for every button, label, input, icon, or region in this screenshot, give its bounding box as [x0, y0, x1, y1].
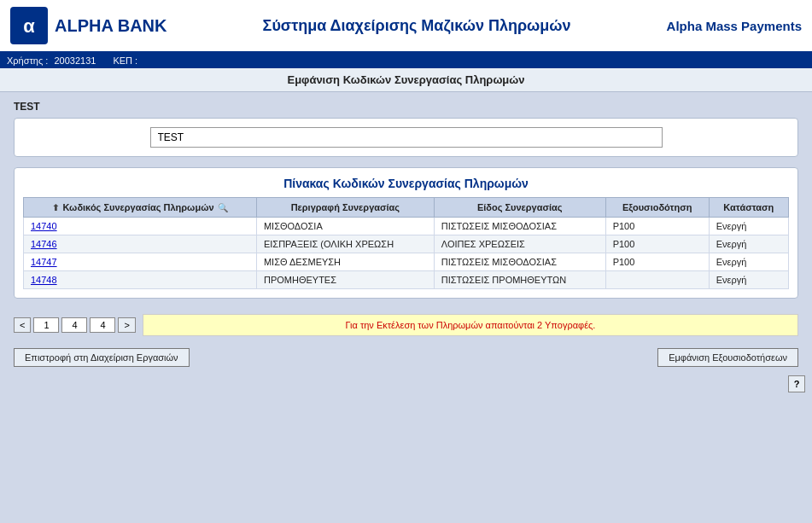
notice-box: Για την Εκτέλεση των Πληρωμών απαιτούντα… [143, 314, 798, 336]
cell-status: Ενεργή [709, 271, 788, 289]
col-header-status: Κατάσταση [709, 198, 788, 218]
col-header-type: Είδος Συνεργασίας [434, 198, 605, 218]
cell-description: ΜΙΣΘΟΔΟΣΙΑ [256, 218, 434, 235]
cell-code[interactable]: 14746 [24, 235, 257, 253]
user-bar: Χρήστης : 20032131 ΚΕΠ : [0, 53, 812, 68]
action-bar: Επιστροφή στη Διαχείριση Εργασιών Εμφάνι… [0, 343, 812, 374]
user-label: Χρήστης : 20032131 [7, 55, 96, 66]
table-panel: Πίνακας Κωδικών Συνεργασίας Πληρωμών ⬆ Κ… [14, 167, 798, 299]
cell-status: Ενεργή [709, 218, 788, 235]
cell-description: ΜΙΣΘ ΔΕΣΜΕΥΣΗ [256, 253, 434, 271]
cell-type: ΠΙΣΤΩΣΕΙΣ ΜΙΣΘΟΔΟΣΙΑΣ [434, 253, 605, 271]
cell-code[interactable]: 14740 [24, 218, 257, 235]
search-box-container [14, 118, 798, 157]
cell-description: ΠΡΟΜΗΘΕΥΤΕΣ [256, 271, 434, 289]
system-title: Σύστημα Διαχείρισης Μαζικών Πληρωμών [166, 17, 666, 35]
prev-page-button[interactable]: < [14, 317, 31, 333]
search-input[interactable] [150, 127, 663, 148]
table-row: 14747ΜΙΣΘ ΔΕΣΜΕΥΣΗΠΙΣΤΩΣΕΙΣ ΜΙΣΘΟΔΟΣΙΑΣP… [24, 253, 789, 271]
auth-display-button[interactable]: Εμφάνιση Εξουσιοδοτήσεων [657, 348, 798, 367]
cell-type: ΛΟΙΠΕΣ ΧΡΕΩΣΕΙΣ [434, 235, 605, 253]
cell-auth: P100 [605, 235, 709, 253]
main-content: TEST Πίνακας Κωδικών Συνεργασίας Πληρωμώ… [0, 92, 812, 307]
user-value: 20032131 [54, 55, 96, 66]
alpha-bank-logo-icon: α [10, 7, 48, 44]
pagination: < > [14, 317, 136, 333]
table-row: 14740ΜΙΣΘΟΔΟΣΙΑΠΙΣΤΩΣΕΙΣ ΜΙΣΘΟΔΟΣΙΑΣP100… [24, 218, 789, 235]
col-header-code: ⬆ Κωδικός Συνεργασίας Πληρωμών 🔍 [24, 198, 257, 218]
table-row: 14746ΕΙΣΠΡΑΞΕΙΣ (ΟΛΙΚΗ ΧΡΕΩΣΗΛΟΙΠΕΣ ΧΡΕΩ… [24, 235, 789, 253]
back-button[interactable]: Επιστροφή στη Διαχείριση Εργασιών [14, 348, 190, 367]
cell-auth: P100 [605, 218, 709, 235]
sort-asc-icon: ⬆ [52, 203, 59, 212]
help-button[interactable]: ? [788, 375, 805, 392]
cell-code[interactable]: 14748 [24, 271, 257, 289]
logo-text: ALPHA BANK [55, 16, 166, 36]
col-header-auth: Εξουσιοδότηση [605, 198, 709, 218]
cell-code[interactable]: 14747 [24, 253, 257, 271]
cell-type: ΠΙΣΤΩΣΕΙΣ ΜΙΣΘΟΔΟΣΙΑΣ [434, 218, 605, 235]
cell-status: Ενεργή [709, 235, 788, 253]
header: α ALPHA BANK Σύστημα Διαχείρισης Μαζικών… [0, 0, 812, 53]
table-row: 14748ΠΡΟΜΗΘΕΥΤΕΣΠΙΣΤΩΣΕΙΣ ΠΡΟΜΗΘΕΥΤΩΝΕνε… [24, 271, 789, 289]
page-total1-input [61, 317, 87, 333]
cell-auth [605, 271, 709, 289]
cell-status: Ενεργή [709, 253, 788, 271]
table-title: Πίνακας Κωδικών Συνεργασίας Πληρωμών [23, 177, 789, 190]
help-bar: ? [0, 374, 812, 396]
search-filter-icon[interactable]: 🔍 [218, 203, 228, 212]
page-current-input[interactable] [33, 317, 59, 333]
svg-text:α: α [23, 15, 35, 37]
cell-description: ΕΙΣΠΡΑΞΕΙΣ (ΟΛΙΚΗ ΧΡΕΩΣΗ [256, 235, 434, 253]
logo-area: α ALPHA BANK [10, 7, 166, 44]
section-label: TEST [14, 101, 798, 113]
col-header-description: Περιγραφή Συνεργασίας [256, 198, 434, 218]
cell-type: ΠΙΣΤΩΣΕΙΣ ΠΡΟΜΗΘΕΥΤΩΝ [434, 271, 605, 289]
page-total2-input [90, 317, 115, 333]
brand-title: Alpha Mass Payments [667, 19, 802, 33]
next-page-button[interactable]: > [118, 317, 135, 333]
bottom-bar: < > Για την Εκτέλεση των Πληρωμών απαιτο… [0, 307, 812, 343]
cell-auth: P100 [605, 253, 709, 271]
data-table: ⬆ Κωδικός Συνεργασίας Πληρωμών 🔍 Περιγρα… [23, 197, 789, 289]
page-title: Εμφάνιση Κωδικών Συνεργασίας Πληρωμών [0, 68, 812, 92]
kep-label: ΚΕΠ : [113, 55, 137, 66]
